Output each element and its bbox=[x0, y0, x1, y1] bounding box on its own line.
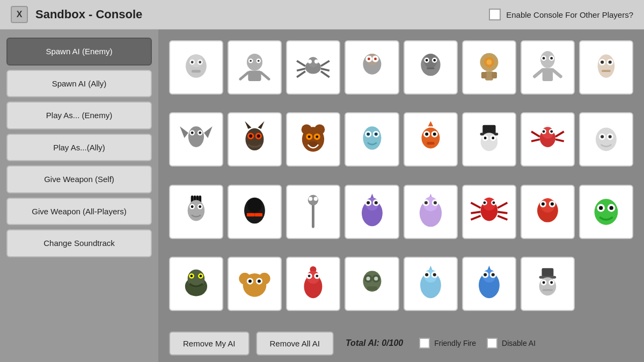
svg-point-149 bbox=[483, 201, 486, 204]
svg-point-64 bbox=[199, 132, 201, 134]
ai-character-17[interactable] bbox=[169, 185, 223, 239]
ai-character-3[interactable] bbox=[286, 40, 340, 95]
ai-character-28[interactable] bbox=[345, 257, 399, 311]
svg-point-113 bbox=[609, 135, 612, 139]
ai-character-10[interactable] bbox=[228, 112, 282, 166]
ai-character-9[interactable] bbox=[169, 112, 223, 166]
svg-point-130 bbox=[314, 197, 318, 200]
svg-point-35 bbox=[425, 59, 428, 62]
svg-point-10 bbox=[250, 60, 252, 62]
ai-character-23[interactable] bbox=[521, 185, 575, 239]
ai-character-26[interactable] bbox=[228, 257, 282, 311]
total-ai-count: Total AI: 0/100 bbox=[346, 338, 403, 348]
svg-rect-37 bbox=[427, 68, 435, 70]
svg-rect-43 bbox=[492, 72, 497, 78]
svg-point-11 bbox=[258, 60, 260, 62]
svg-point-150 bbox=[492, 201, 495, 204]
svg-point-24 bbox=[314, 60, 318, 63]
ai-character-15[interactable] bbox=[521, 112, 575, 166]
ai-character-19[interactable] bbox=[286, 185, 340, 239]
ai-character-29[interactable] bbox=[404, 257, 458, 311]
disable-ai-checkbox[interactable] bbox=[487, 338, 497, 349]
ai-character-11[interactable] bbox=[286, 112, 340, 166]
friendly-fire-checkbox[interactable] bbox=[419, 338, 430, 349]
svg-point-200 bbox=[433, 273, 436, 276]
ai-character-18[interactable] bbox=[228, 185, 282, 239]
console-toggle-checkbox[interactable] bbox=[489, 9, 501, 20]
svg-point-36 bbox=[433, 59, 436, 62]
svg-point-23 bbox=[308, 60, 312, 63]
svg-line-151 bbox=[471, 202, 480, 208]
ai-character-7[interactable] bbox=[521, 40, 575, 95]
svg-line-21 bbox=[321, 69, 330, 71]
svg-point-112 bbox=[601, 135, 604, 139]
svg-point-136 bbox=[367, 201, 370, 204]
svg-line-152 bbox=[471, 212, 480, 213]
svg-line-155 bbox=[497, 212, 507, 213]
svg-point-163 bbox=[595, 199, 618, 225]
ai-character-6[interactable] bbox=[462, 40, 516, 95]
svg-point-56 bbox=[609, 61, 612, 64]
ai-character-21[interactable] bbox=[404, 185, 458, 239]
svg-point-137 bbox=[374, 201, 377, 204]
sidebar-item-give-weapon-all[interactable]: Give Weapon (All-Players) bbox=[6, 198, 152, 226]
svg-point-161 bbox=[541, 202, 545, 205]
remove-my-ai-button[interactable]: Remove My AI bbox=[169, 331, 250, 356]
svg-marker-85 bbox=[428, 121, 433, 127]
svg-point-172 bbox=[191, 274, 193, 277]
svg-line-18 bbox=[297, 69, 305, 71]
svg-rect-126 bbox=[255, 213, 263, 216]
ai-character-30[interactable] bbox=[462, 257, 516, 311]
ai-character-4[interactable] bbox=[345, 40, 399, 95]
svg-point-180 bbox=[258, 279, 261, 283]
svg-point-47 bbox=[543, 57, 545, 60]
svg-point-55 bbox=[601, 61, 604, 64]
svg-point-207 bbox=[491, 273, 494, 276]
svg-marker-60 bbox=[204, 127, 213, 139]
svg-rect-42 bbox=[481, 72, 487, 78]
sidebar-item-play-ally[interactable]: Play As...(Ally) bbox=[6, 134, 152, 162]
svg-line-50 bbox=[535, 70, 543, 76]
svg-point-30 bbox=[374, 57, 377, 60]
ai-character-1[interactable] bbox=[169, 40, 223, 95]
sidebar-item-change-soundtrack[interactable]: Change Soundtrack bbox=[6, 229, 152, 257]
svg-marker-67 bbox=[258, 121, 265, 129]
ai-character-5[interactable] bbox=[404, 40, 458, 95]
svg-point-98 bbox=[492, 137, 494, 140]
ai-character-14[interactable] bbox=[462, 112, 516, 166]
ai-character-12[interactable] bbox=[345, 112, 399, 166]
ai-character-20[interactable] bbox=[345, 185, 399, 239]
ai-character-13[interactable] bbox=[404, 112, 458, 166]
ai-character-22[interactable] bbox=[462, 185, 516, 239]
sidebar-item-spawn-enemy[interactable]: Spawn AI (Enemy) bbox=[6, 38, 152, 66]
svg-point-143 bbox=[425, 201, 428, 204]
svg-point-192 bbox=[374, 277, 378, 280]
svg-point-166 bbox=[599, 206, 603, 209]
sidebar-item-give-weapon-self[interactable]: Give Weapon (Self) bbox=[6, 165, 152, 193]
svg-point-73 bbox=[302, 125, 312, 135]
svg-line-107 bbox=[555, 132, 564, 137]
ai-character-24[interactable] bbox=[579, 185, 633, 239]
svg-rect-125 bbox=[247, 213, 255, 216]
console-toggle-area: Enable Console For Other Players? bbox=[489, 9, 633, 20]
svg-point-29 bbox=[367, 57, 370, 60]
svg-point-89 bbox=[425, 133, 428, 136]
ai-character-8[interactable] bbox=[579, 40, 633, 95]
sidebar-item-play-enemy[interactable]: Play As... (Enemy) bbox=[6, 102, 152, 129]
svg-point-121 bbox=[191, 205, 194, 208]
sidebar-item-spawn-ally[interactable]: Spawn AI (Ally) bbox=[6, 70, 152, 98]
window-title: Sandbox - Console bbox=[35, 8, 489, 21]
remove-all-ai-button[interactable]: Remove All AI bbox=[256, 331, 334, 356]
ai-character-16[interactable] bbox=[579, 112, 633, 166]
bottom-bar: Remove My AI Remove All AI Total AI: 0/1… bbox=[169, 324, 633, 362]
close-button[interactable]: X bbox=[11, 6, 28, 23]
svg-rect-92 bbox=[482, 125, 495, 134]
ai-character-31[interactable] bbox=[521, 257, 575, 311]
svg-point-86 bbox=[421, 128, 440, 149]
ai-character-25[interactable] bbox=[169, 257, 223, 311]
ai-character-2[interactable] bbox=[228, 40, 282, 95]
svg-rect-208 bbox=[541, 268, 553, 277]
ai-character-27[interactable] bbox=[286, 257, 340, 311]
svg-point-52 bbox=[598, 54, 615, 78]
svg-marker-66 bbox=[245, 121, 251, 129]
